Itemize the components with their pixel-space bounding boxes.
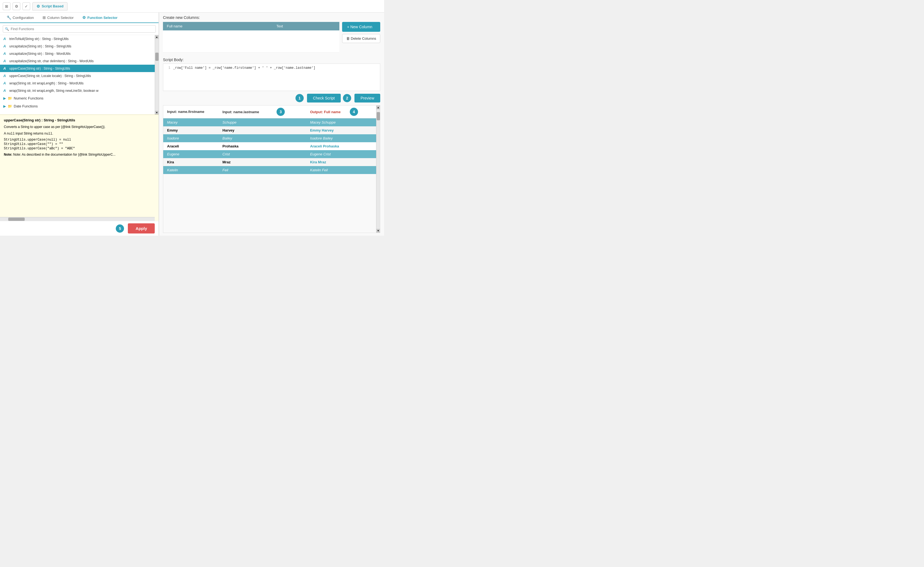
function-item[interactable]: A uncapitalize(String str) : String - Wo…: [0, 50, 155, 57]
script-based-tab[interactable]: ⚙ Script Based: [32, 2, 68, 10]
doc-title: upperCase(String str) : String - StringU…: [4, 118, 155, 122]
fn-item-text: wrap(String str, int wrapLength) : Strin…: [9, 81, 84, 85]
function-item[interactable]: A uncapitalize(String str) : String - St…: [0, 42, 155, 50]
doc-panel: upperCase(String str) : String - StringU…: [0, 114, 159, 221]
horizontal-scrollbar[interactable]: [0, 217, 155, 221]
cell-full: Katelin Feil: [306, 166, 376, 174]
category-label: Numeric Functions: [14, 96, 43, 100]
h-scroll-thumb[interactable]: [8, 218, 25, 221]
tab-configuration[interactable]: 🔧 Configuration: [2, 13, 38, 23]
left-panel: 🔧 Configuration ⊞ Column Selector ⚙ Func…: [0, 13, 159, 236]
script-based-label: Script Based: [42, 4, 63, 8]
fn-item-text: uncapitalize(String str) : String - Word…: [9, 52, 71, 56]
config-tab-label: Configuration: [13, 16, 34, 20]
cell-last: Feil: [219, 166, 306, 174]
function-item[interactable]: A wrap(String str, int wrapLength) : Str…: [0, 80, 155, 87]
cell-full: Eugene Crist: [306, 150, 376, 158]
category-numeric[interactable]: ▶ 📁 Numeric Functions: [0, 94, 155, 102]
category-date[interactable]: ▶ 📁 Date Functions: [0, 102, 155, 110]
code-line-3: StringUtils.upperCase("aBc") = "ABC": [4, 147, 155, 150]
apply-button[interactable]: Apply: [128, 224, 155, 234]
function-item[interactable]: A uncapitalize(String str, char delimite…: [0, 57, 155, 64]
columns-table: Full name Text: [163, 22, 339, 52]
fn-letter-icon: A: [3, 81, 7, 85]
function-item[interactable]: A upperCase(String str, Locale locale) :…: [0, 72, 155, 80]
cell-first: Macey: [163, 118, 219, 126]
scroll-up-btn[interactable]: ▲: [155, 35, 159, 39]
preview-button[interactable]: Preview: [354, 94, 380, 102]
cell-full: Isadore Bailey: [306, 134, 376, 142]
line-number: 1: [163, 66, 173, 70]
tab-column-selector[interactable]: ⊞ Column Selector: [38, 13, 78, 23]
config-icon: 🔧: [7, 15, 11, 20]
search-icon-wrap: [3, 25, 156, 33]
cell-last: Schuppe: [219, 118, 306, 126]
function-item-selected[interactable]: A upperCase(String str) : String - Strin…: [0, 64, 155, 72]
col-selector-icon: ⊞: [42, 15, 46, 20]
function-item[interactable]: A wrap(String str, int wrapLength, Strin…: [0, 87, 155, 94]
cell-full: Araceli Prohaska: [306, 142, 376, 150]
badge-1: 1: [295, 94, 304, 102]
results-scroll-up[interactable]: ▲: [376, 105, 380, 110]
vertical-scrollbar[interactable]: ▲ ▼: [155, 35, 159, 114]
badge-2: 2: [343, 94, 351, 102]
category-label: Date Functions: [14, 104, 38, 108]
doc-note: Note: Note: As described in the document…: [4, 152, 155, 157]
cell-first: Araceli: [163, 142, 219, 150]
folder-icon: 📁: [8, 104, 12, 108]
doc-body2: A null input String returns null.: [4, 131, 155, 136]
badge-4: 4: [350, 108, 358, 116]
result-row: Eugene Crist Eugene Crist: [163, 150, 376, 158]
script-line: 1 _row['Full name'] = _row['name.firstna…: [163, 66, 380, 70]
folder-icon: 📁: [8, 96, 12, 100]
fn-selector-label: Function Selector: [87, 16, 117, 20]
results-scrollbar[interactable]: ▲ ▼: [376, 105, 380, 233]
settings-icon[interactable]: ⚙: [13, 3, 20, 10]
fn-letter-icon: A: [3, 44, 7, 48]
col-empty-cell-1: [163, 30, 272, 52]
result-row: Kira Mraz Kira Mraz: [163, 158, 376, 166]
fn-letter-icon: A: [3, 88, 7, 93]
delete-columns-button[interactable]: 🗑 Delete Columns: [342, 34, 380, 43]
main-layout: 🔧 Configuration ⊞ Column Selector ⚙ Func…: [0, 13, 384, 236]
code-line-2: StringUtils.upperCase("") = "": [4, 142, 155, 146]
columns-table-wrap: Full name Text: [163, 22, 339, 55]
fn-letter-icon: A: [3, 74, 7, 78]
search-input[interactable]: [3, 25, 156, 33]
scroll-down-btn[interactable]: ▼: [155, 111, 159, 114]
col-empty-row: [163, 30, 339, 52]
cell-first: Isadore: [163, 134, 219, 142]
fn-item-text: wrap(String str, int wrapLength, String …: [9, 89, 98, 93]
cell-first: Emmy: [163, 126, 219, 134]
script-editor[interactable]: 1 _row['Full name'] = _row['name.firstna…: [163, 64, 380, 91]
fn-letter-icon: A: [3, 66, 7, 70]
code-line-1: StringUtils.upperCase(null) = null: [4, 138, 155, 142]
fn-selector-icon: ⚙: [82, 15, 86, 20]
bottom-bar: 5 Apply: [0, 221, 159, 236]
results-scroll-thumb[interactable]: [377, 112, 380, 120]
right-panel: Create new Columns: Full name Text: [159, 13, 384, 236]
panel-toggle-icon[interactable]: ⊞: [3, 3, 11, 10]
check-script-button[interactable]: Check Script: [307, 94, 341, 102]
new-column-button[interactable]: + New Column: [342, 22, 380, 32]
tab-function-selector[interactable]: ⚙ Function Selector: [78, 13, 122, 23]
results-table: Input: name.firstname Input: name.lastna…: [163, 105, 376, 174]
cell-last: Harvey: [219, 126, 306, 134]
scroll-thumb[interactable]: [155, 52, 159, 61]
fn-letter-icon: A: [3, 37, 7, 41]
columns-section: Full name Text + New Column 🗑 Delete Col…: [163, 22, 380, 55]
cell-last: Bailey: [219, 134, 306, 142]
fn-item-text: upperCase(String str) : String - StringU…: [9, 67, 70, 70]
results-scroll-down[interactable]: ▼: [376, 229, 380, 232]
scroll-track: [155, 39, 159, 111]
fn-item-text: trimToNull(String str) : String - String…: [9, 37, 69, 41]
cell-full: Emmy Harvey: [306, 126, 376, 134]
fn-item-text: upperCase(String str, Locale locale) : S…: [9, 74, 91, 78]
fn-item-text: uncapitalize(String str, char delimiters…: [9, 59, 93, 63]
script-body-label: Script Body:: [163, 57, 380, 62]
line-code: _row['Full name'] = _row['name.firstname…: [173, 66, 315, 70]
function-item[interactable]: A trimToNull(String str) : String - Stri…: [0, 35, 155, 42]
checkmark-icon[interactable]: ✓: [23, 3, 30, 10]
col-header-type: Text: [272, 22, 339, 30]
action-row: 1 Check Script 2 Preview: [163, 94, 380, 102]
